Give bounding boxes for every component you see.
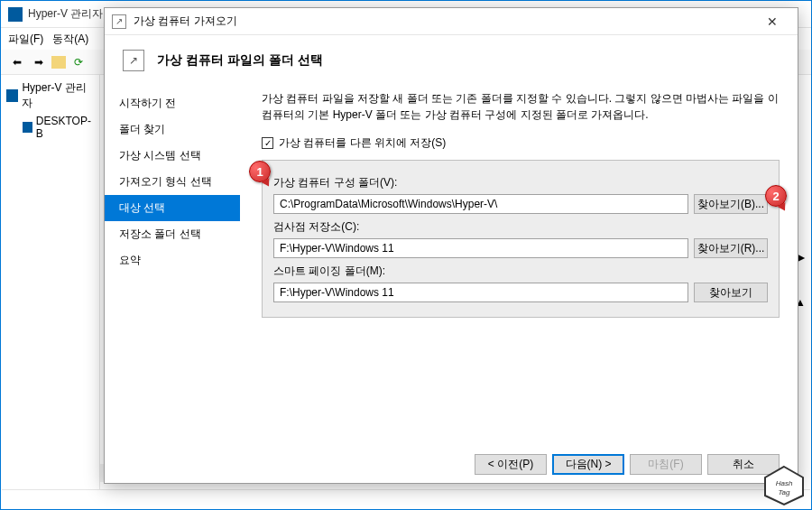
import-vm-wizard: ↗ 가상 컴퓨터 가져오기 ✕ ↗ 가상 컴퓨터 파일의 폴더 선택 시작하기 … bbox=[104, 7, 798, 484]
folder-options-group: 가상 컴퓨터 구성 폴더(V): 찾아보기(B)... 검사점 저장소(C): … bbox=[262, 160, 780, 318]
callout-marker-1: 1 bbox=[249, 161, 271, 182]
wizard-close-button[interactable]: ✕ bbox=[754, 14, 790, 29]
menu-file[interactable]: 파일(F) bbox=[8, 32, 43, 47]
step-summary[interactable]: 요약 bbox=[105, 247, 240, 274]
step-before-begin[interactable]: 시작하기 전 bbox=[105, 90, 240, 116]
folder-icon[interactable] bbox=[51, 56, 66, 69]
wizard-titlebar: ↗ 가상 컴퓨터 가져오기 ✕ bbox=[105, 8, 798, 35]
wizard-header-title: 가상 컴퓨터 파일의 폴더 선택 bbox=[157, 52, 323, 69]
finish-button: 마침(F) bbox=[630, 454, 702, 475]
callout-marker-2: 2 bbox=[765, 185, 787, 207]
wizard-step-list: 시작하기 전 폴더 찾기 가상 시스템 선택 가져오기 형식 선택 대상 선택 … bbox=[105, 85, 240, 446]
wizard-title-text: 가상 컴퓨터 가져오기 bbox=[134, 14, 754, 29]
paging-folder-label: 스마트 페이징 폴더(M): bbox=[273, 264, 768, 279]
config-folder-label: 가상 컴퓨터 구성 폴더(V): bbox=[273, 175, 768, 190]
forward-icon[interactable]: ➡ bbox=[30, 53, 48, 71]
refresh-icon[interactable]: ⟳ bbox=[69, 53, 88, 71]
computer-icon bbox=[23, 122, 32, 133]
back-icon[interactable]: ⬅ bbox=[8, 53, 26, 71]
paging-folder-input[interactable] bbox=[273, 283, 688, 302]
import-icon: ↗ bbox=[112, 14, 126, 29]
paging-browse-button[interactable]: 찾아보기 bbox=[694, 283, 768, 302]
tree-node-desktop[interactable]: DESKTOP-B bbox=[5, 113, 96, 142]
step-import-type[interactable]: 가져오기 형식 선택 bbox=[105, 169, 240, 195]
menu-action[interactable]: 동작(A) bbox=[52, 32, 88, 47]
server-icon bbox=[6, 89, 18, 102]
tree-node-label: DESKTOP-B bbox=[36, 115, 92, 140]
hashtag-logo: Hash Tag bbox=[761, 465, 807, 506]
step-choose-destination[interactable]: 대상 선택 bbox=[105, 195, 240, 221]
checkpoint-browse-button[interactable]: 찾아보기(R)... bbox=[694, 238, 768, 258]
navigation-tree: Hyper-V 관리자 DESKTOP-B bbox=[1, 75, 100, 509]
wizard-footer: < 이전(P) 다음(N) > 마침(F) 취소 bbox=[105, 446, 798, 482]
wizard-description: 가상 컴퓨터 파일을 저장할 새 폴더 또는 기존 폴더를 지정할 수 있습니다… bbox=[262, 90, 780, 123]
step-select-vm[interactable]: 가상 시스템 선택 bbox=[105, 143, 240, 169]
step-storage-folder[interactable]: 저장소 폴더 선택 bbox=[105, 221, 240, 247]
svg-text:Hash: Hash bbox=[776, 479, 793, 487]
next-button[interactable]: 다음(N) > bbox=[552, 454, 624, 475]
store-different-location-checkbox[interactable]: ✓ bbox=[262, 137, 273, 149]
previous-button[interactable]: < 이전(P) bbox=[475, 454, 547, 475]
config-browse-button[interactable]: 찾아보기(B)... bbox=[694, 194, 768, 214]
checkpoint-store-label: 검사점 저장소(C): bbox=[273, 219, 768, 235]
wizard-content: 가상 컴퓨터 파일을 저장할 새 폴더 또는 기존 폴더를 지정할 수 있습니다… bbox=[240, 85, 798, 446]
config-folder-input[interactable] bbox=[273, 194, 688, 214]
header-icon: ↗ bbox=[123, 50, 144, 71]
checkpoint-store-input[interactable] bbox=[273, 238, 688, 258]
checkbox-label: 가상 컴퓨터를 다른 위치에 저장(S) bbox=[279, 135, 446, 151]
wizard-header: ↗ 가상 컴퓨터 파일의 폴더 선택 bbox=[105, 35, 798, 85]
svg-text:Tag: Tag bbox=[778, 488, 790, 496]
statusbar bbox=[2, 489, 810, 509]
hyperv-icon bbox=[8, 7, 23, 22]
tree-root-label: Hyper-V 관리자 bbox=[22, 80, 94, 111]
tree-root[interactable]: Hyper-V 관리자 bbox=[5, 79, 96, 113]
step-locate-folder[interactable]: 폴더 찾기 bbox=[105, 116, 240, 143]
